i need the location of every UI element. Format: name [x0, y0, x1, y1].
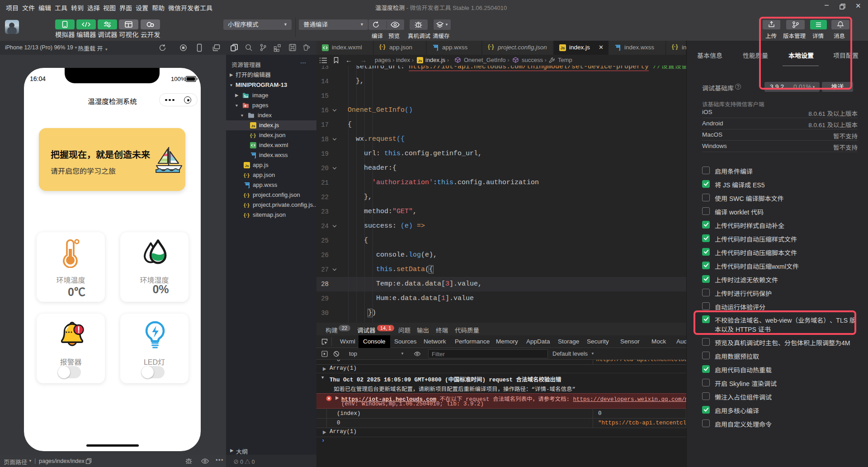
- svg-text:Js: Js: [561, 46, 565, 50]
- svg-text:Js: Js: [245, 164, 249, 168]
- svg-text:Js: Js: [418, 59, 422, 63]
- svg-text:Js: Js: [251, 124, 255, 128]
